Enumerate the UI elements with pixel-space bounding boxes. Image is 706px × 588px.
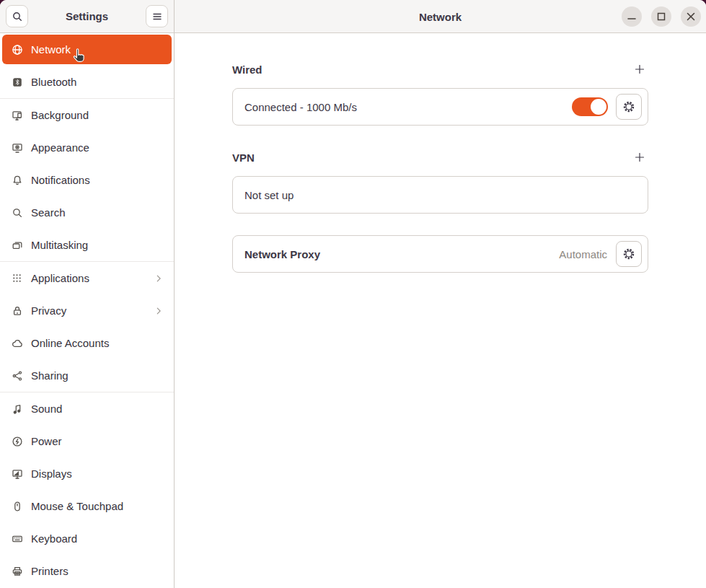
wired-card: Connected - 1000 Mb/s (232, 88, 648, 126)
minimize-button[interactable] (622, 6, 642, 27)
sidebar-item-label: Notifications (31, 174, 164, 186)
proxy-card: Network Proxy Automatic (232, 235, 648, 273)
vpn-status-row: Not set up (233, 177, 648, 213)
sidebar-item-mouse-touchpad[interactable]: Mouse & Touchpad (0, 490, 174, 522)
maximize-button[interactable] (651, 6, 671, 27)
sidebar-item-label: Keyboard (31, 532, 164, 545)
wired-connection-row[interactable]: Connected - 1000 Mb/s (233, 89, 648, 125)
sidebar-item-keyboard[interactable]: Keyboard (0, 522, 174, 555)
sidebar-item-notifications[interactable]: Notifications (0, 164, 174, 196)
sidebar-item-label: Mouse & Touchpad (31, 500, 164, 512)
sidebar-item-sound[interactable]: Sound (0, 392, 174, 425)
sidebar-item-sharing[interactable]: Sharing (0, 359, 174, 392)
vpn-card: Not set up (232, 176, 648, 214)
sidebar-item-label: Appearance (31, 141, 164, 154)
chevron-right-icon (154, 306, 164, 316)
vpn-status-label: Not set up (244, 189, 294, 201)
sidebar-item-label: Displays (31, 468, 164, 480)
sidebar-item-applications[interactable]: Applications (0, 262, 174, 294)
settings-window: Settings Network (0, 0, 706, 588)
main-panel: Wired Connected - 1000 Mb/s (175, 33, 706, 588)
multitasking-icon (12, 240, 23, 251)
display-icon (12, 468, 23, 480)
globe-icon (12, 44, 23, 56)
wired-settings-button[interactable] (616, 94, 642, 120)
background-icon (12, 110, 23, 121)
sidebar-headerbar: Settings (0, 0, 175, 33)
power-icon (12, 436, 23, 447)
close-icon (681, 6, 701, 27)
sidebar-item-label: Sharing (31, 369, 164, 382)
search-button[interactable] (6, 5, 28, 27)
sidebar-item-label: Bluetooth (31, 76, 164, 88)
bluetooth-icon (12, 76, 23, 88)
sidebar-item-label: Privacy (31, 304, 154, 317)
share-icon (12, 370, 23, 382)
music-note-icon (12, 403, 23, 415)
search-icon (12, 207, 23, 219)
main-headerbar: Network (175, 0, 706, 33)
window-controls (622, 6, 701, 27)
wired-toggle[interactable] (572, 97, 608, 116)
sidebar-item-printers[interactable]: Printers (0, 555, 174, 587)
sidebar-item-label: Printers (31, 565, 164, 577)
sidebar-item-online-accounts[interactable]: Online Accounts (0, 327, 174, 359)
proxy-settings-button[interactable] (616, 241, 642, 267)
keyboard-icon (12, 533, 23, 545)
appearance-icon (12, 142, 23, 154)
sidebar-item-displays[interactable]: Displays (0, 457, 174, 490)
network-proxy-label: Network Proxy (244, 248, 320, 260)
minimize-icon (622, 6, 642, 27)
sidebar-title: Settings (66, 10, 108, 22)
maximize-icon (651, 6, 671, 27)
search-icon (12, 11, 23, 22)
sidebar-item-power[interactable]: Power (0, 425, 174, 457)
sidebar-item-bluetooth[interactable]: Bluetooth (0, 66, 174, 98)
sidebar-item-label: Sound (31, 403, 164, 415)
sidebar-item-search[interactable]: Search (0, 196, 174, 229)
toggle-knob (591, 99, 606, 115)
sidebar-item-multitasking[interactable]: Multitasking (0, 229, 174, 261)
page-title: Network (419, 10, 462, 22)
lock-icon (12, 305, 23, 317)
sidebar-item-label: Network (31, 43, 162, 56)
proxy-mode-value: Automatic (559, 248, 607, 260)
wired-connection-label: Connected - 1000 Mb/s (244, 101, 357, 113)
sidebar-item-network[interactable]: Network (2, 35, 172, 64)
apps-grid-icon (12, 273, 23, 284)
settings-sidebar: NetworkBluetoothBackgroundAppearanceNoti… (0, 33, 175, 588)
wired-heading: Wired (232, 63, 262, 76)
vpn-heading: VPN (232, 152, 255, 164)
cloud-icon (12, 338, 23, 349)
sidebar-item-label: Power (31, 435, 164, 447)
sidebar-item-label: Online Accounts (31, 337, 164, 349)
printer-icon (12, 566, 23, 577)
sidebar-item-label: Applications (31, 272, 154, 284)
chevron-right-icon (154, 273, 164, 284)
add-wired-connection-button[interactable] (631, 61, 648, 78)
primary-menu-button[interactable] (146, 5, 168, 27)
plus-icon (634, 63, 645, 75)
bell-icon (12, 175, 23, 186)
gear-icon (622, 100, 635, 113)
sidebar-item-privacy[interactable]: Privacy (0, 294, 174, 327)
close-button[interactable] (681, 6, 701, 27)
hamburger-menu-icon (151, 11, 163, 22)
vpn-section: VPN Not set up (232, 150, 648, 214)
mouse-icon (12, 501, 23, 512)
wired-section: Wired Connected - 1000 Mb/s (232, 62, 648, 126)
proxy-section: Network Proxy Automatic (232, 235, 648, 273)
plus-icon (634, 152, 645, 163)
gear-icon (622, 247, 635, 260)
sidebar-item-label: Background (31, 109, 164, 121)
sidebar-item-label: Multitasking (31, 239, 164, 251)
network-proxy-row[interactable]: Network Proxy Automatic (233, 236, 648, 272)
sidebar-item-background[interactable]: Background (0, 99, 174, 131)
sidebar-item-label: Search (31, 206, 164, 219)
sidebar-item-appearance[interactable]: Appearance (0, 131, 174, 164)
add-vpn-button[interactable] (631, 149, 648, 166)
